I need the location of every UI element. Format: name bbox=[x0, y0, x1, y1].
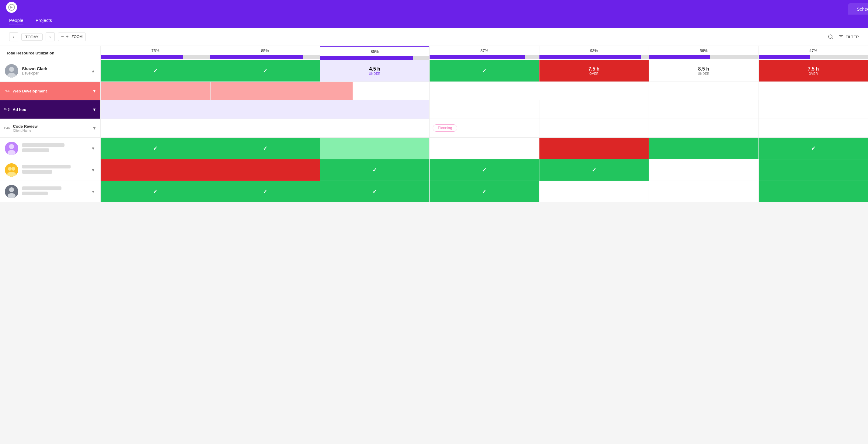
p46-expand-button[interactable]: ▼ bbox=[92, 126, 96, 130]
shawn-label-7: OVER bbox=[809, 72, 818, 76]
p44-cell-6 bbox=[539, 82, 649, 100]
p46-cell-2 bbox=[210, 119, 319, 137]
col-header-2: 85% bbox=[210, 46, 319, 60]
p3-cell-4: ✓ bbox=[429, 159, 539, 181]
p44-expand-button[interactable]: ▼ bbox=[92, 89, 96, 93]
shawn-expand-button[interactable]: ▲ bbox=[91, 68, 95, 73]
scheduling-tab[interactable]: Scheduling bbox=[848, 3, 868, 14]
p46-sub: Client Name bbox=[13, 129, 38, 132]
person-4-row: ▼ ✓ ✓ ✓ ✓ bbox=[0, 181, 868, 202]
p4-cell-7 bbox=[758, 181, 868, 202]
prev-button[interactable]: ‹ bbox=[9, 32, 18, 41]
nav-people[interactable]: People bbox=[9, 18, 24, 25]
nav-bar: People Projects bbox=[0, 14, 868, 28]
top-bar: Scheduling bbox=[0, 0, 868, 14]
shawn-cell-6: 8.5 h UNDER bbox=[649, 60, 758, 82]
shawn-cell-1: ✓ bbox=[100, 60, 210, 82]
person-2-role-blur bbox=[22, 149, 49, 152]
p44-left: P44 Web Development ▼ bbox=[0, 82, 100, 100]
person-4-avatar bbox=[5, 185, 18, 198]
p44-row: P44 Web Development ▼ bbox=[0, 82, 868, 100]
shawn-cell-7: 7.5 h OVER bbox=[758, 60, 868, 82]
person-4-expand-button[interactable]: ▼ bbox=[91, 189, 95, 194]
p45-cell-3 bbox=[320, 100, 429, 119]
person-3-avatar bbox=[5, 163, 18, 177]
svg-line-2 bbox=[832, 38, 833, 39]
p45-cell-1 bbox=[100, 100, 210, 119]
nav-projects[interactable]: Projects bbox=[36, 18, 52, 25]
util-bar-rest-5 bbox=[641, 55, 649, 59]
person-4-role-blur bbox=[22, 192, 48, 195]
search-button[interactable] bbox=[828, 34, 833, 39]
p45-cell-2 bbox=[210, 100, 319, 119]
filter-button[interactable]: FILTER bbox=[838, 34, 859, 39]
shawn-label-3: UNDER bbox=[369, 72, 381, 76]
toolbar-left: ‹ TODAY › − + ZOOM bbox=[9, 32, 86, 41]
p3-cell-3: ✓ bbox=[320, 159, 429, 181]
util-bar-fill-5 bbox=[539, 55, 641, 59]
p44-cell-7 bbox=[649, 82, 758, 100]
p3-cell-6 bbox=[649, 159, 758, 181]
p2-cell-5 bbox=[539, 138, 649, 159]
p46-cell-4: Planning bbox=[429, 119, 539, 137]
util-bar-fill-4 bbox=[430, 55, 525, 59]
p44-cell-4 bbox=[352, 82, 429, 100]
svg-point-7 bbox=[9, 67, 14, 72]
person-2-name-blur bbox=[22, 143, 64, 147]
p4-cell-6 bbox=[649, 181, 758, 202]
shawn-cell-5: 7.5 h OVER bbox=[539, 60, 649, 82]
p44-badge: P44 bbox=[4, 89, 10, 93]
person-3-expand-button[interactable]: ▼ bbox=[91, 167, 95, 172]
p3-cell-7 bbox=[758, 159, 868, 181]
p45-expand-button[interactable]: ▼ bbox=[92, 107, 96, 112]
col-pct-1: 75% bbox=[152, 49, 159, 53]
util-bar-7 bbox=[759, 55, 868, 59]
today-button[interactable]: TODAY bbox=[21, 33, 42, 41]
p46-left: P46 Code Review Client Name ▼ bbox=[0, 119, 100, 137]
person-4-name-blur bbox=[22, 186, 61, 190]
shawn-cell-3: 4.5 h UNDER bbox=[320, 60, 429, 82]
p46-cell-1 bbox=[100, 119, 210, 137]
person-3-row: ▼ ✓ ✓ ✓ bbox=[0, 159, 868, 181]
p44-cell-3 bbox=[320, 82, 352, 100]
toolbar: ‹ TODAY › − + ZOOM FILTER bbox=[0, 28, 868, 46]
p45-cell-4 bbox=[429, 100, 539, 119]
next-button[interactable]: › bbox=[45, 32, 55, 41]
p46-cells: Planning bbox=[100, 119, 868, 137]
util-bar-rest-2 bbox=[303, 55, 320, 59]
util-bar-2 bbox=[210, 55, 319, 59]
p46-cell-5 bbox=[539, 119, 649, 137]
p44-cell-8 bbox=[758, 82, 868, 100]
shawn-hours-5: 7.5 h bbox=[588, 66, 599, 72]
p44-cell-5 bbox=[429, 82, 539, 100]
shawn-label-6: UNDER bbox=[698, 72, 710, 76]
person-2-expand-button[interactable]: ▼ bbox=[91, 146, 95, 151]
svg-point-1 bbox=[829, 35, 832, 38]
p44-name: Web Development bbox=[13, 89, 47, 93]
p2-cell-3 bbox=[320, 138, 429, 159]
util-bar-5 bbox=[539, 55, 649, 59]
utilization-title: Total Resource Utilization bbox=[0, 46, 100, 60]
svg-point-17 bbox=[9, 187, 14, 192]
p46-name: Code Review bbox=[13, 124, 38, 129]
p45-row: P45 Ad hoc ▼ bbox=[0, 100, 868, 119]
p4-cell-3: ✓ bbox=[320, 181, 429, 202]
check-icon-2: ✓ bbox=[263, 67, 268, 74]
util-bar-fill-1 bbox=[101, 55, 183, 59]
p2-cell-1: ✓ bbox=[100, 138, 210, 159]
svg-point-14 bbox=[11, 167, 15, 170]
p4-cell-4: ✓ bbox=[429, 181, 539, 202]
svg-point-13 bbox=[8, 167, 11, 170]
util-bar-3 bbox=[320, 56, 429, 60]
col-pct-3: 85% bbox=[371, 49, 379, 54]
p45-name: Ad hoc bbox=[13, 107, 26, 112]
p44-cell-1 bbox=[100, 82, 210, 100]
util-bar-4 bbox=[430, 55, 539, 59]
util-bar-rest-6 bbox=[710, 55, 758, 59]
p2-cell-4 bbox=[429, 138, 539, 159]
zoom-control[interactable]: − + ZOOM bbox=[58, 33, 86, 41]
columns-header: 75% 85% 85% bbox=[100, 46, 868, 60]
person-2-left: ▼ bbox=[0, 138, 100, 159]
main-content: Total Resource Utilization 75% 85% bbox=[0, 46, 868, 202]
util-bar-rest-3 bbox=[413, 56, 429, 60]
